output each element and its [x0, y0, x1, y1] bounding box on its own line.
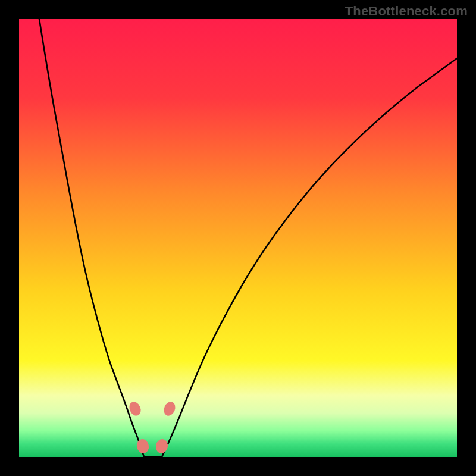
plot-area	[19, 19, 457, 457]
watermark-text: TheBottleneck.com	[345, 4, 468, 19]
chart-svg	[19, 19, 457, 457]
background-rect	[19, 19, 457, 457]
chart-frame: TheBottleneck.com	[0, 0, 476, 476]
